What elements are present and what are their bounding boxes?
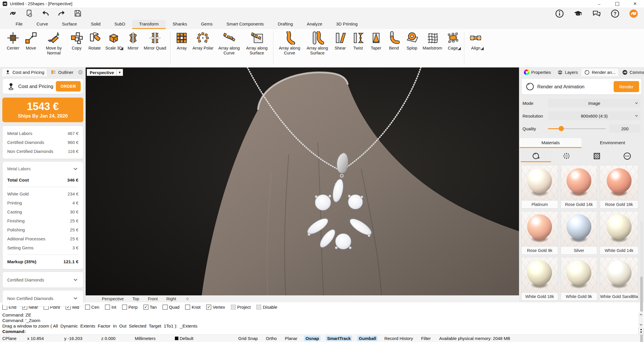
render-button[interactable]: Render — [614, 81, 639, 92]
checkbox[interactable] — [256, 305, 261, 310]
tool-move[interactable]: Move — [22, 31, 40, 51]
tool-array-along-surface[interactable]: Array along Surface — [303, 31, 331, 56]
ribbon-tab-gems[interactable]: Gems — [194, 20, 220, 29]
tool-array-along-surface[interactable]: Array along Surface — [243, 31, 271, 56]
tool-array-along-curve[interactable]: Array along Curve — [215, 31, 243, 56]
right-tab-layers[interactable]: Layers — [554, 68, 581, 76]
material-white-gold-14k[interactable]: White Gold 14k — [600, 211, 638, 255]
section-non-certified-diamonds[interactable]: Non Certified Diamonds — [2, 290, 83, 306]
flyout-indicator-icon[interactable] — [120, 47, 123, 50]
ribbon-tab-subd[interactable]: SubD — [107, 20, 132, 29]
material-category-more[interactable] — [612, 150, 642, 162]
tool-scale-3d[interactable]: Scale 3D — [104, 31, 124, 51]
viewport-tab-perspective[interactable]: Perspective — [102, 297, 124, 301]
command-spinner[interactable] — [639, 328, 643, 334]
help-icon[interactable]: ? — [610, 9, 620, 18]
new-document-icon[interactable] — [25, 9, 34, 18]
material-white-gold-9k[interactable]: White Gold 9k — [561, 257, 597, 301]
viewport-scene[interactable]: Perspective ▼ — [86, 67, 519, 295]
tool-bend[interactable]: Bend — [385, 31, 403, 51]
tool-center[interactable]: Center — [4, 31, 22, 51]
checkbox[interactable]: ✓ — [143, 305, 148, 310]
left-tab-outliner[interactable]: Outliner — [47, 68, 77, 76]
osnap-project[interactable]: Project — [231, 305, 251, 310]
osnap-quad[interactable]: Quad — [163, 305, 180, 310]
undo-icon[interactable] — [41, 9, 50, 18]
ribbon-tab-solid[interactable]: Solid — [84, 20, 107, 29]
spin-down[interactable] — [639, 331, 643, 334]
ribbon-tab-curve[interactable]: Curve — [30, 20, 55, 29]
right-tab-properties[interactable]: Properties — [521, 68, 554, 76]
slider-thumb[interactable] — [559, 126, 564, 131]
material-white-gold-sandbla[interactable]: White Gold SandBla — [600, 257, 638, 301]
command-prompt[interactable]: Command: — [2, 329, 637, 334]
redo-icon[interactable] — [57, 9, 66, 18]
viewport-title[interactable]: Perspective ▼ — [87, 69, 123, 76]
checkbox[interactable] — [185, 305, 190, 310]
checkbox[interactable] — [85, 305, 90, 310]
gear-icon[interactable]: ⚙ — [77, 69, 84, 76]
tool-taper[interactable]: Taper — [367, 31, 385, 51]
material-category-gems[interactable] — [551, 150, 582, 162]
viewport-tab-top[interactable]: Top — [133, 297, 139, 301]
status-toggle-osnap[interactable]: Osnap — [304, 336, 321, 341]
price-banner[interactable]: 1543 € Ships By Jan 24, 2020 — [2, 98, 83, 122]
maximize-button[interactable] — [608, 0, 626, 8]
ribbon-tab-analyze[interactable]: Analyze — [300, 20, 329, 29]
feedback-icon[interactable] — [592, 9, 601, 18]
status-toggle-filter[interactable]: Filter — [420, 336, 432, 341]
osnap-perp[interactable]: Perp — [122, 305, 138, 310]
right-tab-commands[interactable]: Commands — [619, 68, 644, 76]
order-button[interactable]: ORDER — [56, 81, 81, 92]
checkbox[interactable] — [122, 305, 127, 310]
osnap-disable[interactable]: Disable — [256, 305, 277, 310]
save-icon[interactable] — [73, 9, 82, 18]
section-certified-diamonds[interactable]: Certified Diamonds — [2, 272, 83, 288]
metal-labors-header[interactable]: Metal Labors — [7, 164, 78, 173]
info-icon[interactable] — [555, 9, 564, 18]
viewport-tab-right[interactable]: Right — [166, 297, 176, 301]
mode-dropdown[interactable]: Image — [548, 99, 641, 107]
flyout-indicator-icon[interactable] — [481, 47, 484, 50]
viewport-tab-front[interactable]: Front — [148, 297, 158, 301]
checkbox[interactable]: ✓ — [206, 305, 211, 310]
tool-rotate[interactable]: Rotate — [86, 31, 104, 51]
learn-icon[interactable] — [573, 9, 583, 18]
status-toggle-planar[interactable]: Planar — [284, 336, 299, 341]
command-history[interactable]: Command: ZECommand: '_ZoomDrag a window … — [0, 312, 644, 334]
tool-mirror[interactable]: Mirror — [124, 31, 142, 51]
tool-array-polar[interactable]: Array Polar — [191, 31, 215, 51]
app-swoosh-icon[interactable] — [9, 9, 17, 18]
minimize-button[interactable]: – — [590, 0, 608, 8]
checkbox[interactable] — [105, 305, 110, 310]
resolution-dropdown[interactable]: 800x600 (4:3) — [548, 111, 641, 120]
checkbox[interactable] — [231, 305, 236, 310]
ribbon-tab-surface[interactable]: Surface — [55, 20, 84, 29]
active-layer[interactable]: Default — [175, 336, 194, 341]
material-rose-gold-14k[interactable]: Rose Gold 14k — [561, 165, 597, 209]
chevron-down-icon[interactable] — [639, 323, 643, 327]
brand-icon[interactable] — [629, 9, 638, 18]
tool-align[interactable]: Align — [467, 31, 485, 51]
tool-move-by-normal[interactable]: Move by Normal — [40, 31, 68, 56]
units-selector[interactable]: Millimeters — [135, 336, 167, 341]
ribbon-tab-shanks[interactable]: Shanks — [166, 20, 194, 29]
status-toggle-smarttrack[interactable]: SmartTrack — [326, 336, 352, 341]
material-category-texture[interactable] — [582, 150, 612, 162]
tool-maelstrom[interactable]: Maelstrom — [421, 31, 444, 51]
close-button[interactable]: ✕ — [626, 0, 644, 8]
tool-splop[interactable]: Splop — [403, 31, 421, 51]
osnap-tan[interactable]: ✓Tan — [143, 305, 157, 310]
tool-mirror-quad[interactable]: Mirror Quad — [142, 31, 168, 51]
ribbon-tab-3d-printing[interactable]: 3D Printing — [329, 20, 365, 29]
tool-cage[interactable]: Cage — [444, 31, 462, 51]
status-toggle-gumball[interactable]: Gumball — [357, 336, 378, 341]
material-rose-gold-18k[interactable]: Rose Gold 18k — [600, 165, 638, 209]
ribbon-tab-smart-components[interactable]: Smart Components — [220, 20, 271, 29]
status-toggle-ortho[interactable]: Ortho — [264, 336, 278, 341]
status-toggle-record-history[interactable]: Record History — [383, 336, 414, 341]
tool-copy[interactable]: Copy — [68, 31, 86, 51]
material-rose-gold-9k[interactable]: Rose Gold 9k — [521, 211, 558, 255]
ribbon-tab-file[interactable]: File — [9, 20, 30, 29]
ribbon-tab-transform[interactable]: Transform — [132, 20, 166, 29]
